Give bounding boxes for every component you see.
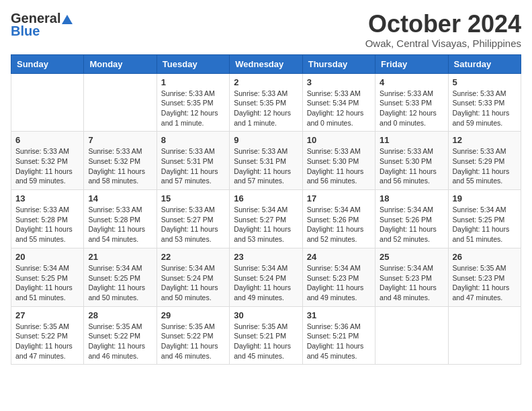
calendar-cell: 7Sunrise: 5:33 AM Sunset: 5:32 PM Daylig… xyxy=(84,132,157,190)
location-title: Owak, Central Visayas, Philippines xyxy=(365,38,521,49)
column-header-wednesday: Wednesday xyxy=(230,54,302,73)
day-detail: Sunrise: 5:35 AM Sunset: 5:22 PM Dayligh… xyxy=(15,322,79,361)
day-detail: Sunrise: 5:33 AM Sunset: 5:28 PM Dayligh… xyxy=(15,205,79,244)
calendar-cell: 24Sunrise: 5:34 AM Sunset: 5:23 PM Dayli… xyxy=(302,248,375,306)
calendar-week-row: 13Sunrise: 5:33 AM Sunset: 5:28 PM Dayli… xyxy=(11,190,521,248)
day-detail: Sunrise: 5:33 AM Sunset: 5:35 PM Dayligh… xyxy=(234,89,298,128)
day-detail: Sunrise: 5:33 AM Sunset: 5:30 PM Dayligh… xyxy=(307,146,371,186)
calendar-cell xyxy=(375,306,448,365)
day-detail: Sunrise: 5:34 AM Sunset: 5:24 PM Dayligh… xyxy=(161,263,225,303)
day-number: 8 xyxy=(161,135,225,145)
day-detail: Sunrise: 5:33 AM Sunset: 5:33 PM Dayligh… xyxy=(453,89,517,128)
calendar-cell xyxy=(11,73,84,132)
day-number: 4 xyxy=(380,77,443,87)
day-number: 13 xyxy=(15,193,79,203)
day-detail: Sunrise: 5:35 AM Sunset: 5:22 PM Dayligh… xyxy=(161,322,225,361)
calendar-cell: 23Sunrise: 5:34 AM Sunset: 5:24 PM Dayli… xyxy=(230,248,302,306)
day-number: 1 xyxy=(161,77,225,87)
calendar-cell: 15Sunrise: 5:33 AM Sunset: 5:27 PM Dayli… xyxy=(157,190,229,248)
day-number: 24 xyxy=(307,252,371,262)
day-detail: Sunrise: 5:33 AM Sunset: 5:31 PM Dayligh… xyxy=(234,146,298,186)
column-header-friday: Friday xyxy=(375,54,448,73)
day-detail: Sunrise: 5:36 AM Sunset: 5:21 PM Dayligh… xyxy=(307,322,371,361)
day-number: 30 xyxy=(234,310,298,320)
day-number: 18 xyxy=(380,193,443,203)
day-detail: Sunrise: 5:35 AM Sunset: 5:21 PM Dayligh… xyxy=(234,322,298,361)
calendar-cell: 30Sunrise: 5:35 AM Sunset: 5:21 PM Dayli… xyxy=(230,306,302,365)
column-header-sunday: Sunday xyxy=(11,54,84,73)
logo-triangle-icon xyxy=(62,15,73,24)
calendar-cell: 25Sunrise: 5:34 AM Sunset: 5:23 PM Dayli… xyxy=(375,248,448,306)
calendar-cell: 22Sunrise: 5:34 AM Sunset: 5:24 PM Dayli… xyxy=(157,248,229,306)
day-number: 16 xyxy=(234,193,298,203)
calendar-cell: 19Sunrise: 5:34 AM Sunset: 5:25 PM Dayli… xyxy=(448,190,521,248)
day-number: 27 xyxy=(15,310,79,320)
day-detail: Sunrise: 5:34 AM Sunset: 5:26 PM Dayligh… xyxy=(307,205,371,244)
day-detail: Sunrise: 5:35 AM Sunset: 5:22 PM Dayligh… xyxy=(88,322,152,361)
day-number: 29 xyxy=(161,310,225,320)
calendar-cell: 12Sunrise: 5:33 AM Sunset: 5:29 PM Dayli… xyxy=(448,132,521,190)
calendar-cell: 5Sunrise: 5:33 AM Sunset: 5:33 PM Daylig… xyxy=(448,73,521,132)
calendar-cell: 29Sunrise: 5:35 AM Sunset: 5:22 PM Dayli… xyxy=(157,306,229,365)
day-number: 15 xyxy=(161,193,225,203)
column-header-monday: Monday xyxy=(84,54,157,73)
day-detail: Sunrise: 5:35 AM Sunset: 5:23 PM Dayligh… xyxy=(453,263,517,303)
day-number: 21 xyxy=(88,252,152,262)
month-title: October 2024 xyxy=(365,11,521,38)
day-detail: Sunrise: 5:34 AM Sunset: 5:25 PM Dayligh… xyxy=(15,263,79,303)
column-header-tuesday: Tuesday xyxy=(157,54,229,73)
day-number: 23 xyxy=(234,252,298,262)
day-detail: Sunrise: 5:33 AM Sunset: 5:28 PM Dayligh… xyxy=(88,205,152,244)
calendar-header-row: SundayMondayTuesdayWednesdayThursdayFrid… xyxy=(11,54,521,73)
title-area: October 2024 Owak, Central Visayas, Phil… xyxy=(365,11,521,49)
day-detail: Sunrise: 5:34 AM Sunset: 5:25 PM Dayligh… xyxy=(453,205,517,244)
day-detail: Sunrise: 5:34 AM Sunset: 5:24 PM Dayligh… xyxy=(234,263,298,303)
calendar-cell: 14Sunrise: 5:33 AM Sunset: 5:28 PM Dayli… xyxy=(84,190,157,248)
calendar-cell: 18Sunrise: 5:34 AM Sunset: 5:26 PM Dayli… xyxy=(375,190,448,248)
day-detail: Sunrise: 5:33 AM Sunset: 5:35 PM Dayligh… xyxy=(161,89,225,128)
day-number: 17 xyxy=(307,193,371,203)
calendar-cell: 16Sunrise: 5:34 AM Sunset: 5:27 PM Dayli… xyxy=(230,190,302,248)
day-detail: Sunrise: 5:33 AM Sunset: 5:33 PM Dayligh… xyxy=(380,89,443,128)
day-detail: Sunrise: 5:33 AM Sunset: 5:29 PM Dayligh… xyxy=(453,146,517,186)
day-number: 28 xyxy=(88,310,152,320)
calendar-cell: 2Sunrise: 5:33 AM Sunset: 5:35 PM Daylig… xyxy=(230,73,302,132)
calendar-cell: 27Sunrise: 5:35 AM Sunset: 5:22 PM Dayli… xyxy=(11,306,84,365)
column-header-thursday: Thursday xyxy=(302,54,375,73)
calendar-week-row: 27Sunrise: 5:35 AM Sunset: 5:22 PM Dayli… xyxy=(11,306,521,365)
day-detail: Sunrise: 5:34 AM Sunset: 5:26 PM Dayligh… xyxy=(380,205,443,244)
calendar-week-row: 1Sunrise: 5:33 AM Sunset: 5:35 PM Daylig… xyxy=(11,73,521,132)
calendar-week-row: 6Sunrise: 5:33 AM Sunset: 5:32 PM Daylig… xyxy=(11,132,521,190)
day-detail: Sunrise: 5:33 AM Sunset: 5:27 PM Dayligh… xyxy=(161,205,225,244)
day-detail: Sunrise: 5:34 AM Sunset: 5:23 PM Dayligh… xyxy=(307,263,371,303)
logo-blue-text: Blue xyxy=(11,24,40,39)
day-number: 12 xyxy=(453,135,517,145)
calendar-cell: 8Sunrise: 5:33 AM Sunset: 5:31 PM Daylig… xyxy=(157,132,229,190)
day-number: 2 xyxy=(234,77,298,87)
day-detail: Sunrise: 5:34 AM Sunset: 5:25 PM Dayligh… xyxy=(88,263,152,303)
calendar-cell: 4Sunrise: 5:33 AM Sunset: 5:33 PM Daylig… xyxy=(375,73,448,132)
day-number: 19 xyxy=(453,193,517,203)
day-number: 20 xyxy=(15,252,79,262)
calendar-week-row: 20Sunrise: 5:34 AM Sunset: 5:25 PM Dayli… xyxy=(11,248,521,306)
calendar-cell: 20Sunrise: 5:34 AM Sunset: 5:25 PM Dayli… xyxy=(11,248,84,306)
calendar-table: SundayMondayTuesdayWednesdayThursdayFrid… xyxy=(11,54,521,365)
logo: General Blue xyxy=(11,11,73,39)
day-number: 9 xyxy=(234,135,298,145)
day-number: 7 xyxy=(88,135,152,145)
calendar-cell: 10Sunrise: 5:33 AM Sunset: 5:30 PM Dayli… xyxy=(302,132,375,190)
calendar-cell: 13Sunrise: 5:33 AM Sunset: 5:28 PM Dayli… xyxy=(11,190,84,248)
calendar-cell: 3Sunrise: 5:33 AM Sunset: 5:34 PM Daylig… xyxy=(302,73,375,132)
page-header: General Blue October 2024 Owak, Central … xyxy=(11,11,521,49)
calendar-cell: 31Sunrise: 5:36 AM Sunset: 5:21 PM Dayli… xyxy=(302,306,375,365)
day-number: 14 xyxy=(88,193,152,203)
calendar-cell: 28Sunrise: 5:35 AM Sunset: 5:22 PM Dayli… xyxy=(84,306,157,365)
day-detail: Sunrise: 5:33 AM Sunset: 5:31 PM Dayligh… xyxy=(161,146,225,186)
day-number: 10 xyxy=(307,135,371,145)
day-number: 25 xyxy=(380,252,443,262)
day-detail: Sunrise: 5:33 AM Sunset: 5:34 PM Dayligh… xyxy=(307,89,371,128)
calendar-cell xyxy=(448,306,521,365)
column-header-saturday: Saturday xyxy=(448,54,521,73)
day-number: 22 xyxy=(161,252,225,262)
calendar-cell: 11Sunrise: 5:33 AM Sunset: 5:30 PM Dayli… xyxy=(375,132,448,190)
